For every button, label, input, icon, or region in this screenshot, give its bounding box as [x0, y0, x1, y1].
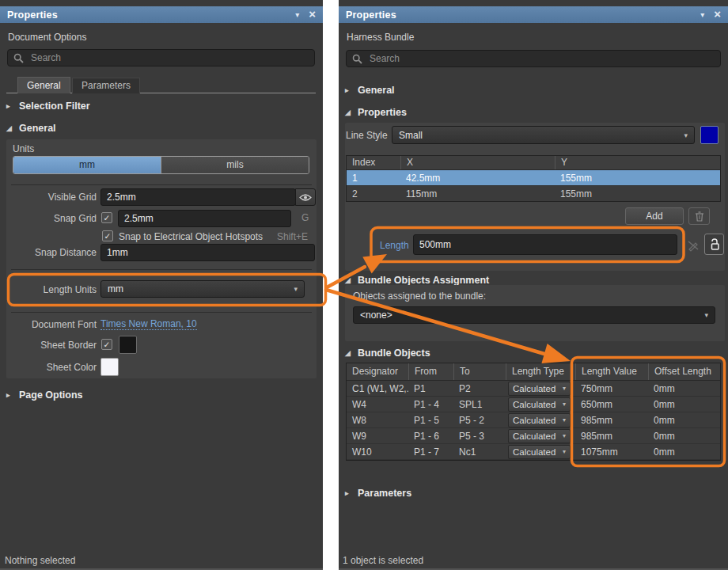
- divider: [11, 269, 312, 270]
- length-type-dropdown[interactable]: Calculated▾: [508, 382, 571, 396]
- length-type-dropdown[interactable]: Calculated▾: [508, 397, 571, 412]
- search-input[interactable]: [368, 52, 715, 65]
- units-option-mils[interactable]: mils: [161, 157, 309, 173]
- designator-link[interactable]: W4: [347, 399, 408, 410]
- length-type-dropdown[interactable]: Calculated▾: [508, 413, 571, 428]
- vertex-row[interactable]: 2 115mm 155mm: [347, 186, 720, 202]
- column-header[interactable]: To: [453, 363, 506, 380]
- length-type-cell: Calculated▾: [506, 382, 575, 396]
- chevron-down-icon: ▾: [563, 385, 566, 392]
- column-header[interactable]: From: [408, 363, 453, 380]
- close-icon[interactable]: ×: [714, 8, 721, 20]
- section-bundle-objects[interactable]: ◢ Bundle Objects: [345, 348, 430, 359]
- visible-grid-input[interactable]: [100, 188, 296, 206]
- document-font-label: Document Font: [0, 319, 97, 330]
- designator-link[interactable]: C1 (W1, W2,...: [347, 383, 408, 394]
- unlocked-padlock-icon: [709, 238, 719, 250]
- chevron-down-icon: ▾: [563, 432, 566, 439]
- chevron-down-icon: ▾: [563, 448, 566, 455]
- length-units-label: Length Units: [0, 284, 97, 295]
- search-input[interactable]: [29, 51, 309, 64]
- sheet-color-swatch[interactable]: [100, 358, 119, 376]
- section-parameters[interactable]: ▸ Parameters: [345, 488, 411, 499]
- snap-hotspots-checkbox[interactable]: ✓: [102, 230, 113, 241]
- line-color-swatch[interactable]: [700, 126, 719, 144]
- document-font-link[interactable]: Times New Roman, 10: [100, 318, 197, 330]
- line-style-dropdown[interactable]: Small ▾: [392, 126, 695, 144]
- bundle-object-row: W10 P1 - 7 Nc1 Calculated▾ 1075mm 0mm: [347, 444, 720, 460]
- length-type-cell: Calculated▾: [506, 429, 575, 443]
- x-cell: 42.5mm: [400, 173, 555, 184]
- offset-length-cell[interactable]: 0mm: [648, 399, 720, 410]
- length-label: Length: [380, 240, 409, 251]
- sheet-border-checkbox[interactable]: ✓: [101, 339, 112, 350]
- section-properties[interactable]: ◢ Properties: [345, 107, 407, 118]
- column-header[interactable]: Index: [347, 156, 400, 169]
- length-value-cell: 750mm: [575, 383, 648, 394]
- panel-menu-icon[interactable]: ▾: [700, 11, 704, 19]
- column-header[interactable]: Designator: [347, 363, 408, 380]
- collapsed-arrow-icon: ▸: [345, 86, 352, 94]
- snap-grid-label: Snap Grid: [0, 213, 97, 224]
- column-header[interactable]: Y: [555, 156, 720, 169]
- section-general[interactable]: ▸ General: [345, 85, 395, 96]
- designator-link[interactable]: W10: [347, 446, 408, 458]
- offset-length-cell[interactable]: 0mm: [648, 431, 720, 442]
- left-panel-titlebar: Properties ▾ ×: [0, 6, 323, 23]
- expanded-arrow-icon: ◢: [6, 124, 13, 132]
- snap-distance-input[interactable]: [100, 244, 315, 261]
- slashed-pencil-icon[interactable]: [685, 238, 701, 253]
- column-header[interactable]: Length Type: [506, 363, 575, 380]
- length-input[interactable]: [413, 234, 677, 255]
- search-icon: [352, 54, 362, 64]
- column-header[interactable]: Offset Length: [648, 363, 720, 380]
- offset-length-cell[interactable]: 0mm: [648, 383, 720, 394]
- snap-hotspots-label: Snap to Electrical Object Hotspots: [119, 231, 263, 242]
- divider: [11, 312, 312, 313]
- length-value-cell: 650mm: [575, 399, 648, 410]
- designator-link[interactable]: W8: [347, 415, 408, 426]
- trash-icon: [695, 211, 704, 222]
- section-selection-filter[interactable]: ▸ Selection Filter: [6, 101, 90, 112]
- units-option-mm[interactable]: mm: [13, 157, 161, 173]
- search-box[interactable]: [346, 50, 721, 67]
- assigned-objects-dropdown[interactable]: <none> ▾: [353, 306, 715, 324]
- tab-parameters[interactable]: Parameters: [72, 78, 140, 93]
- units-toggle: mm mils: [13, 156, 309, 174]
- assigned-objects-label: Objects assigned to the bundle:: [353, 291, 486, 302]
- panel-menu-icon[interactable]: ▾: [295, 11, 299, 19]
- divider: [11, 184, 312, 185]
- lock-button[interactable]: [704, 234, 724, 255]
- index-cell: 1: [347, 173, 400, 184]
- status-bar: Nothing selected: [5, 555, 75, 566]
- length-type-dropdown[interactable]: Calculated▾: [508, 445, 571, 459]
- column-header[interactable]: Length Value: [575, 363, 648, 380]
- expanded-arrow-icon: ◢: [345, 276, 352, 284]
- section-page-options[interactable]: ▸ Page Options: [6, 390, 83, 401]
- screenshot-root: { "colors": { "annotation_orange": "#EE7…: [0, 0, 728, 570]
- visible-grid-eye-button[interactable]: [295, 188, 316, 206]
- search-box[interactable]: [7, 49, 315, 66]
- length-value-cell: 985mm: [575, 415, 648, 426]
- length-value-cell: 985mm: [575, 431, 648, 442]
- to-cell: P5 - 2: [453, 415, 506, 426]
- tab-general[interactable]: General: [17, 77, 70, 93]
- vertex-row[interactable]: 1 42.5mm 155mm: [347, 170, 720, 186]
- length-units-dropdown[interactable]: mm ▾: [100, 280, 305, 298]
- add-button[interactable]: Add: [625, 207, 684, 225]
- delete-button[interactable]: [688, 207, 710, 225]
- snap-grid-input[interactable]: [118, 210, 291, 227]
- offset-length-cell[interactable]: 0mm: [648, 415, 720, 426]
- section-bundle-objects-assignment[interactable]: ◢ Bundle Objects Assignment: [345, 275, 489, 286]
- close-icon[interactable]: ×: [309, 8, 316, 20]
- line-style-label: Line Style: [346, 130, 388, 141]
- offset-length-cell[interactable]: 0mm: [648, 446, 720, 458]
- sheet-border-color-swatch[interactable]: [119, 336, 137, 354]
- column-header[interactable]: X: [400, 156, 555, 169]
- length-type-dropdown[interactable]: Calculated▾: [508, 429, 571, 443]
- snap-grid-checkbox[interactable]: ✓: [101, 212, 112, 223]
- chevron-down-icon: ▾: [684, 131, 688, 139]
- designator-link[interactable]: W9: [347, 431, 408, 442]
- to-cell: P2: [453, 383, 506, 394]
- section-general[interactable]: ◢ General: [6, 123, 56, 134]
